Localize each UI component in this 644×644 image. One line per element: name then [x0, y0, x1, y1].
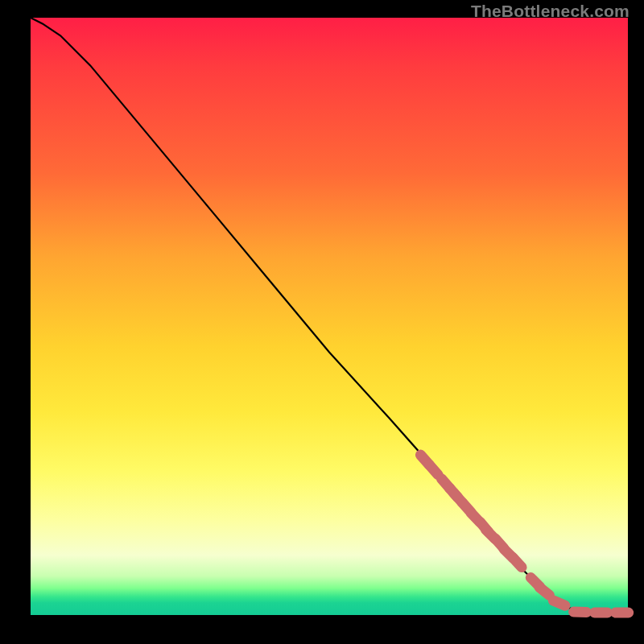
data-marker [430, 465, 439, 475]
data-marker [513, 558, 522, 568]
chart-svg [31, 18, 628, 615]
chart-frame: TheBottleneck.com [0, 0, 644, 644]
watermark-text: TheBottleneck.com [471, 2, 630, 21]
data-marker [539, 587, 550, 595]
marker-group [420, 455, 628, 613]
data-marker [553, 601, 565, 605]
curve-line [31, 18, 628, 613]
